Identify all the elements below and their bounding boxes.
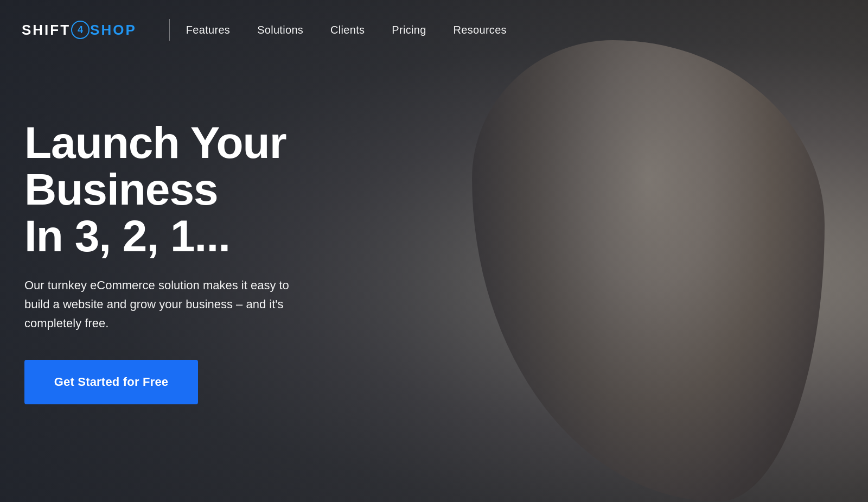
logo-text: SHIFT 4 SHOP	[22, 21, 137, 39]
hero-section: SHIFT 4 SHOP Features Solutions Clients …	[0, 0, 868, 502]
navbar: SHIFT 4 SHOP Features Solutions Clients …	[0, 0, 868, 60]
logo-number: 4	[71, 21, 90, 39]
hero-heading-line1: Launch Your Business	[24, 118, 286, 214]
nav-link-pricing[interactable]: Pricing	[392, 24, 426, 36]
logo-shift: SHIFT	[22, 22, 71, 39]
nav-links: Features Solutions Clients Pricing Resou…	[186, 24, 507, 36]
nav-item-pricing[interactable]: Pricing	[392, 24, 426, 36]
nav-item-clients[interactable]: Clients	[330, 24, 365, 36]
logo-shop: SHOP	[90, 22, 137, 39]
nav-link-resources[interactable]: Resources	[454, 24, 507, 36]
nav-link-features[interactable]: Features	[186, 24, 230, 36]
nav-item-resources[interactable]: Resources	[454, 24, 507, 36]
cta-button[interactable]: Get Started for Free	[24, 360, 198, 404]
nav-divider	[169, 19, 170, 41]
nav-link-solutions[interactable]: Solutions	[257, 24, 303, 36]
nav-item-features[interactable]: Features	[186, 24, 230, 36]
nav-link-clients[interactable]: Clients	[330, 24, 365, 36]
nav-item-solutions[interactable]: Solutions	[257, 24, 303, 36]
hero-heading-line2: In 3, 2, 1...	[24, 211, 230, 260]
logo[interactable]: SHIFT 4 SHOP	[22, 21, 137, 39]
hero-content: Launch Your Business In 3, 2, 1... Our t…	[0, 0, 477, 502]
hero-subtext: Our turnkey eCommerce solution makes it …	[24, 276, 307, 333]
hero-heading: Launch Your Business In 3, 2, 1...	[24, 119, 450, 259]
